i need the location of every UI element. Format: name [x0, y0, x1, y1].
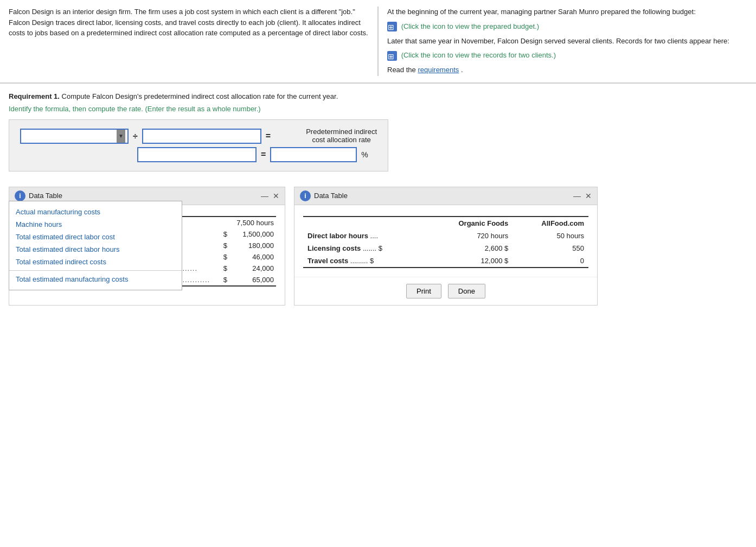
- formula-dropdown[interactable]: ▼: [20, 129, 129, 144]
- identify-text: Identify the formula, then compute the r…: [9, 105, 747, 113]
- formula-row2: = %: [137, 147, 377, 162]
- p2-row1-label: Direct labor hours ....: [303, 230, 426, 242]
- panel2-title: Data Table: [314, 192, 348, 200]
- print-button[interactable]: Print: [406, 284, 441, 298]
- panel2-close-btn[interactable]: ✕: [585, 192, 592, 200]
- requirements-row: Read the requirements .: [387, 65, 747, 76]
- row3-val: 180,000: [229, 240, 276, 251]
- predind-line2: cost allocation rate: [306, 136, 377, 144]
- formula-result-input[interactable]: [270, 147, 357, 162]
- predind-line1: Predetermined indirect: [306, 128, 377, 136]
- panel2-footer: Print Done: [294, 277, 597, 305]
- percent-symbol: %: [361, 150, 368, 159]
- top-left: Falcon Design is an interior design firm…: [0, 7, 379, 76]
- clients-link-text[interactable]: (Click the icon to view the records for …: [401, 51, 556, 59]
- panel1-header-right: — ✕: [261, 192, 279, 200]
- p2-row2-val2: 550: [512, 242, 588, 255]
- formula-input1[interactable]: [142, 129, 261, 144]
- dropdown-separator: [9, 270, 182, 271]
- formula-area: Predetermined indirect cost allocation r…: [9, 119, 388, 171]
- identify-green: (Enter the result as a whole number.): [145, 105, 261, 113]
- p2-row1-val2: 50 hours: [512, 230, 588, 242]
- dropdown-item-actual[interactable]: Actual manufacturing costs: [9, 206, 182, 218]
- dropdown-list: Actual manufacturing costs Machine hours…: [9, 201, 182, 290]
- col-header-allfood: AllFood.com: [512, 217, 588, 230]
- dropdown-item-indirect[interactable]: Total estimated indirect costs: [9, 256, 182, 268]
- p2-row3-val2: 0: [512, 255, 588, 268]
- p2-row3-val1: 12,000 $: [426, 255, 512, 268]
- data-table-panel2: i Data Table — ✕ Organic Foods AllFood.c…: [294, 187, 598, 306]
- panel1-info-icon[interactable]: i: [15, 190, 25, 201]
- req-bold: Requirement 1.: [9, 92, 60, 100]
- row2-val: 1,500,000: [229, 228, 276, 240]
- intro-text: Falcon Design is an interior design firm…: [9, 8, 368, 37]
- row1-val: 7,500 hours: [229, 217, 276, 228]
- predind-label: Predetermined indirect cost allocation r…: [306, 128, 377, 144]
- dropdown-item-dlhours[interactable]: Total estimated direct labor hours: [9, 243, 182, 256]
- row4-val: 46,000: [229, 251, 276, 263]
- row5-val: 24,000: [229, 263, 276, 274]
- dropdown-arrow-icon[interactable]: ▼: [117, 130, 125, 143]
- budget-intro: At the beginning of the current year, ma…: [387, 7, 747, 18]
- top-section: Falcon Design is an interior design firm…: [0, 0, 756, 84]
- table-row: Direct labor hours .... 720 hours 50 hou…: [303, 230, 588, 242]
- dropdown-item-machine[interactable]: Machine hours: [9, 218, 182, 231]
- budget-link-text[interactable]: (Click the icon to view the prepared bud…: [401, 22, 539, 30]
- col-header-organic: Organic Foods: [426, 217, 512, 230]
- p2-row3-label: Travel costs ......... $: [303, 255, 426, 268]
- row6-val: 65,000: [229, 274, 276, 286]
- top-right: At the beginning of the current year, ma…: [379, 7, 756, 76]
- panel1-header-left: i Data Table: [15, 190, 62, 201]
- requirements-link[interactable]: requirements: [418, 66, 459, 74]
- budget-link-row[interactable]: (Click the icon to view the prepared bud…: [387, 21, 747, 33]
- clients-intro: Later that same year in November, Falcon…: [387, 36, 747, 47]
- panel2-minimize-btn[interactable]: —: [573, 192, 581, 200]
- panel2-content: Organic Foods AllFood.com Direct labor h…: [294, 205, 597, 277]
- table-row: Travel costs ......... $ 12,000 $ 0: [303, 255, 588, 268]
- equals-symbol1: =: [266, 131, 271, 141]
- panel1-close-btn[interactable]: ✕: [273, 192, 279, 200]
- p2-row1-val1: 720 hours: [426, 230, 512, 242]
- middle-section: Requirement 1. Compute Falcon Design's p…: [0, 84, 756, 176]
- done-button[interactable]: Done: [448, 284, 485, 298]
- budget-table-icon[interactable]: [387, 22, 397, 31]
- req-rest: Compute Falcon Design's predetermined in…: [62, 92, 338, 100]
- p2-row2-val1: 2,600 $: [426, 242, 512, 255]
- panel2-header: i Data Table — ✕: [294, 187, 597, 205]
- p2-row2-label: Licensing costs ....... $: [303, 242, 426, 255]
- panel1-title: Data Table: [29, 192, 62, 200]
- equals-symbol2: =: [261, 150, 266, 160]
- dropdown-item-manufacturing[interactable]: Total estimated manufacturing costs: [9, 273, 182, 285]
- panel2-table: Organic Foods AllFood.com Direct labor h…: [303, 216, 588, 268]
- clients-table-icon[interactable]: [387, 51, 397, 61]
- table-row: Licensing costs ....... $ 2,600 $ 550: [303, 242, 588, 255]
- divide-symbol: ÷: [133, 131, 138, 141]
- panel2-header-right: — ✕: [573, 192, 592, 200]
- panel1-minimize-btn[interactable]: —: [261, 192, 268, 200]
- formula-input2[interactable]: [137, 147, 257, 162]
- panel2-header-left: i Data Table: [300, 190, 348, 201]
- dropdown-item-dlcost[interactable]: Total estimated direct labor cost: [9, 231, 182, 243]
- panel2-info-icon[interactable]: i: [300, 190, 311, 201]
- clients-link-row[interactable]: (Click the icon to view the records for …: [387, 50, 747, 61]
- table-header-row: Organic Foods AllFood.com: [303, 217, 588, 230]
- requirement-title: Requirement 1. Compute Falcon Design's p…: [9, 92, 747, 100]
